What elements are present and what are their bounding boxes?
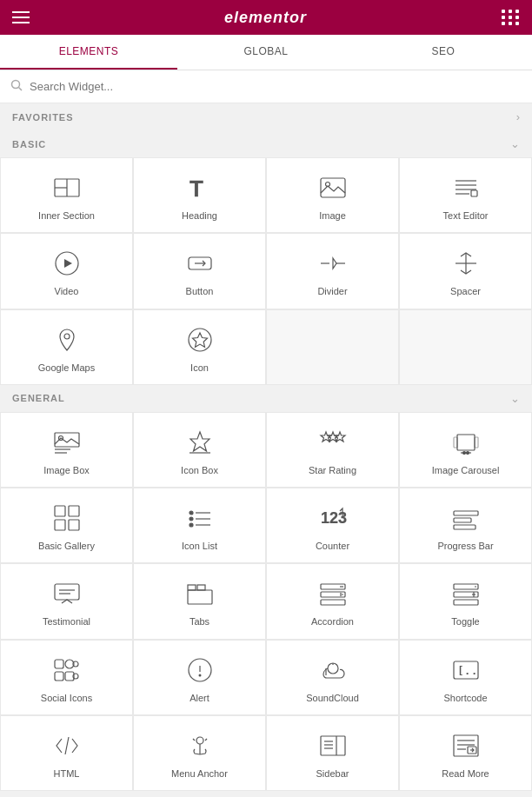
- spacer-icon: [450, 248, 482, 279]
- widget-icon-list[interactable]: Icon List: [133, 488, 266, 563]
- soundcloud-icon: [317, 654, 349, 686]
- text-editor-icon: [450, 172, 482, 203]
- favorites-chevron-icon: ›: [516, 110, 520, 123]
- svg-rect-54: [55, 584, 79, 600]
- svg-rect-72: [55, 660, 63, 668]
- svg-point-38: [462, 451, 465, 454]
- widget-divider-label: Divider: [317, 285, 347, 297]
- svg-rect-35: [454, 437, 457, 448]
- widget-google-maps-label: Google Maps: [38, 362, 95, 374]
- tab-seo[interactable]: SEO: [355, 35, 532, 70]
- search-bar: [0, 70, 532, 103]
- search-input[interactable]: [30, 80, 522, 93]
- widget-shortcode[interactable]: [...] Shortcode: [399, 640, 532, 715]
- svg-text:T: T: [190, 176, 203, 202]
- widget-spacer[interactable]: Spacer: [399, 233, 532, 309]
- widget-icon-list-label: Icon List: [182, 540, 217, 552]
- favorites-section-header[interactable]: FAVORITES ›: [0, 103, 532, 130]
- widget-basic-gallery-label: Basic Gallery: [38, 540, 95, 552]
- tab-bar: ELEMENTS GLOBAL SEO: [0, 35, 532, 70]
- basic-label: BASIC: [12, 139, 46, 149]
- svg-rect-62: [321, 600, 345, 605]
- svg-rect-53: [454, 525, 475, 529]
- svg-rect-58: [188, 585, 196, 590]
- widget-inner-section[interactable]: Inner Section: [0, 157, 133, 233]
- widget-social-icons-label: Social Icons: [41, 692, 92, 704]
- widget-icon[interactable]: Icon: [133, 309, 266, 385]
- widget-video[interactable]: Video: [0, 233, 133, 309]
- image-box-icon: [51, 427, 83, 458]
- widget-sidebar[interactable]: Sidebar: [266, 715, 399, 791]
- widget-read-more-label: Read More: [442, 767, 489, 780]
- general-chevron-icon: ⌄: [510, 392, 520, 405]
- svg-rect-42: [55, 520, 65, 530]
- inner-section-icon: [51, 172, 83, 203]
- widget-toggle[interactable]: Toggle: [399, 563, 532, 639]
- widget-divider[interactable]: Divider: [266, 233, 399, 309]
- widget-accordion-label: Accordion: [311, 615, 354, 628]
- widget-heading-label: Heading: [182, 209, 217, 222]
- svg-point-80: [198, 674, 201, 676]
- widget-image-label: Image: [319, 209, 346, 222]
- widget-image[interactable]: Image: [266, 157, 399, 233]
- svg-rect-52: [454, 518, 471, 522]
- widget-text-editor[interactable]: Text Editor: [399, 157, 532, 233]
- widget-accordion[interactable]: Accordion: [266, 563, 399, 639]
- widget-social-icons[interactable]: Social Icons: [0, 640, 133, 715]
- widget-read-more[interactable]: Read More: [399, 715, 532, 791]
- widget-button-label: Button: [186, 285, 214, 297]
- svg-rect-40: [55, 506, 65, 516]
- widget-testimonial-label: Testimonial: [43, 615, 90, 628]
- video-icon: [51, 248, 83, 279]
- svg-rect-61: [321, 592, 345, 597]
- widget-sidebar-label: Sidebar: [316, 767, 349, 780]
- svg-rect-43: [69, 520, 79, 530]
- widget-menu-anchor[interactable]: Menu Anchor: [133, 715, 266, 791]
- widget-tabs[interactable]: Tabs: [133, 563, 266, 639]
- widget-progress-bar-label: Progress Bar: [437, 540, 493, 552]
- widget-image-carousel[interactable]: Image Carousel: [399, 412, 532, 488]
- hamburger-menu-icon[interactable]: [12, 11, 30, 23]
- apps-grid-icon[interactable]: [502, 10, 520, 25]
- elementor-logo: elementor: [224, 9, 307, 27]
- svg-point-22: [64, 334, 70, 339]
- widget-testimonial[interactable]: Testimonial: [0, 563, 133, 639]
- counter-icon: 123: [317, 502, 349, 534]
- testimonial-icon: [51, 578, 83, 609]
- widget-html[interactable]: HTML: [0, 715, 133, 791]
- widget-alert[interactable]: Alert: [133, 640, 266, 715]
- svg-line-86: [65, 737, 69, 754]
- html-icon: [51, 730, 83, 761]
- widget-icon-box[interactable]: Icon Box: [133, 412, 266, 488]
- basic-section-header[interactable]: BASIC ⌄: [0, 130, 532, 157]
- widget-counter[interactable]: 123 Counter: [266, 488, 399, 563]
- svg-rect-57: [188, 590, 212, 604]
- widget-basic-gallery[interactable]: Basic Gallery: [0, 488, 133, 563]
- widget-star-rating[interactable]: Star Rating: [266, 412, 399, 488]
- widget-tabs-label: Tabs: [190, 615, 209, 628]
- svg-rect-12: [471, 190, 477, 196]
- svg-marker-24: [192, 333, 207, 347]
- svg-point-87: [196, 737, 203, 744]
- google-maps-icon: [51, 324, 83, 355]
- icon-box-icon: [184, 427, 216, 458]
- widget-soundcloud[interactable]: SoundCloud: [266, 640, 399, 715]
- tab-elements[interactable]: ELEMENTS: [0, 35, 177, 70]
- progress-bar-icon: [450, 502, 482, 534]
- general-section-header[interactable]: GENERAL ⌄: [0, 385, 532, 412]
- basic-chevron-icon: ⌄: [510, 137, 520, 150]
- svg-marker-18: [333, 258, 336, 269]
- main-content: FAVORITES › BASIC ⌄ Inner Section T Head…: [0, 103, 532, 791]
- svg-point-44: [190, 511, 193, 515]
- widget-shortcode-label: Shortcode: [443, 692, 487, 704]
- basic-gallery-icon: [51, 502, 83, 534]
- widget-button[interactable]: Button: [133, 233, 266, 309]
- widget-progress-bar[interactable]: Progress Bar: [399, 488, 532, 563]
- icon-icon: [184, 324, 216, 355]
- widget-google-maps[interactable]: Google Maps: [0, 309, 133, 385]
- tab-global[interactable]: GLOBAL: [177, 35, 355, 70]
- svg-rect-6: [321, 178, 345, 197]
- widget-heading[interactable]: T Heading: [133, 157, 266, 233]
- divider-icon: [317, 248, 349, 279]
- widget-image-box[interactable]: Image Box: [0, 412, 133, 488]
